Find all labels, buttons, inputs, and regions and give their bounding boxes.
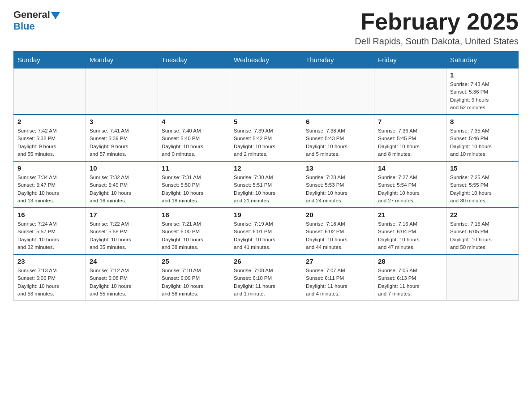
day-number: 5: [234, 118, 298, 125]
calendar-header-thursday: Thursday: [302, 51, 374, 68]
calendar-cell: 4Sunrise: 7:40 AMSunset: 5:40 PMDaylight…: [158, 115, 230, 161]
calendar-cell: 1Sunrise: 7:43 AMSunset: 5:36 PMDaylight…: [446, 68, 519, 115]
day-info: Sunrise: 7:15 AMSunset: 6:05 PMDaylight:…: [450, 220, 515, 251]
day-number: 2: [17, 118, 82, 125]
day-info: Sunrise: 7:18 AMSunset: 6:02 PMDaylight:…: [306, 220, 370, 251]
day-number: 6: [306, 118, 370, 125]
calendar-cell: [446, 254, 519, 301]
day-info: Sunrise: 7:13 AMSunset: 6:06 PMDaylight:…: [17, 267, 82, 298]
logo: General Blue: [13, 9, 61, 32]
day-number: 8: [450, 118, 515, 125]
day-info: Sunrise: 7:19 AMSunset: 6:01 PMDaylight:…: [234, 220, 298, 251]
calendar-header-monday: Monday: [86, 51, 158, 68]
calendar-week-row: 2Sunrise: 7:42 AMSunset: 5:38 PMDaylight…: [14, 115, 519, 161]
calendar-cell: [374, 68, 446, 115]
calendar-cell: 18Sunrise: 7:21 AMSunset: 6:00 PMDayligh…: [158, 208, 230, 254]
day-number: 27: [306, 257, 370, 265]
day-number: 12: [234, 164, 298, 172]
day-info: Sunrise: 7:05 AMSunset: 6:13 PMDaylight:…: [378, 267, 442, 298]
calendar-cell: 11Sunrise: 7:31 AMSunset: 5:50 PMDayligh…: [158, 161, 230, 208]
calendar-header-friday: Friday: [374, 51, 446, 68]
day-info: Sunrise: 7:07 AMSunset: 6:11 PMDaylight:…: [306, 267, 370, 298]
calendar-header-saturday: Saturday: [446, 51, 519, 68]
calendar-cell: [158, 68, 230, 115]
calendar-cell: 6Sunrise: 7:38 AMSunset: 5:43 PMDaylight…: [302, 115, 374, 161]
day-number: 9: [17, 164, 82, 172]
calendar-cell: 3Sunrise: 7:41 AMSunset: 5:39 PMDaylight…: [86, 115, 158, 161]
day-info: Sunrise: 7:12 AMSunset: 6:08 PMDaylight:…: [90, 267, 154, 298]
day-info: Sunrise: 7:43 AMSunset: 5:36 PMDaylight:…: [450, 81, 515, 111]
calendar-cell: 25Sunrise: 7:10 AMSunset: 6:09 PMDayligh…: [158, 254, 230, 301]
calendar-cell: 9Sunrise: 7:34 AMSunset: 5:47 PMDaylight…: [14, 161, 86, 208]
day-number: 21: [378, 211, 442, 218]
day-info: Sunrise: 7:42 AMSunset: 5:38 PMDaylight:…: [17, 127, 82, 158]
calendar-cell: 24Sunrise: 7:12 AMSunset: 6:08 PMDayligh…: [86, 254, 158, 301]
day-number: 18: [162, 211, 226, 218]
day-info: Sunrise: 7:24 AMSunset: 5:57 PMDaylight:…: [17, 220, 82, 251]
day-info: Sunrise: 7:21 AMSunset: 6:00 PMDaylight:…: [162, 220, 226, 251]
calendar-cell: [86, 68, 158, 115]
location-subtitle: Dell Rapids, South Dakota, United States: [355, 36, 519, 47]
day-info: Sunrise: 7:31 AMSunset: 5:50 PMDaylight:…: [162, 174, 226, 205]
day-info: Sunrise: 7:16 AMSunset: 6:04 PMDaylight:…: [378, 220, 442, 251]
calendar-week-row: 1Sunrise: 7:43 AMSunset: 5:36 PMDaylight…: [14, 68, 519, 115]
calendar-cell: 28Sunrise: 7:05 AMSunset: 6:13 PMDayligh…: [374, 254, 446, 301]
calendar-header-tuesday: Tuesday: [158, 51, 230, 68]
day-info: Sunrise: 7:28 AMSunset: 5:53 PMDaylight:…: [306, 174, 370, 205]
day-info: Sunrise: 7:38 AMSunset: 5:43 PMDaylight:…: [306, 127, 370, 158]
calendar-cell: 14Sunrise: 7:27 AMSunset: 5:54 PMDayligh…: [374, 161, 446, 208]
day-number: 7: [378, 118, 442, 125]
calendar-cell: 2Sunrise: 7:42 AMSunset: 5:38 PMDaylight…: [14, 115, 86, 161]
day-number: 14: [378, 164, 442, 172]
day-number: 16: [17, 211, 82, 218]
day-number: 17: [90, 211, 154, 218]
day-number: 25: [162, 257, 226, 265]
calendar-week-row: 23Sunrise: 7:13 AMSunset: 6:06 PMDayligh…: [14, 254, 519, 301]
calendar-cell: 26Sunrise: 7:08 AMSunset: 6:10 PMDayligh…: [230, 254, 302, 301]
day-info: Sunrise: 7:22 AMSunset: 5:58 PMDaylight:…: [90, 220, 154, 251]
day-info: Sunrise: 7:34 AMSunset: 5:47 PMDaylight:…: [17, 174, 82, 205]
day-info: Sunrise: 7:32 AMSunset: 5:49 PMDaylight:…: [90, 174, 154, 205]
logo-triangle-icon: [51, 12, 60, 19]
calendar-cell: 16Sunrise: 7:24 AMSunset: 5:57 PMDayligh…: [14, 208, 86, 254]
day-number: 13: [306, 164, 370, 172]
day-info: Sunrise: 7:39 AMSunset: 5:42 PMDaylight:…: [234, 127, 298, 158]
day-info: Sunrise: 7:41 AMSunset: 5:39 PMDaylight:…: [90, 127, 154, 158]
page-header: General Blue February 2025 Dell Rapids, …: [13, 9, 519, 47]
title-section: February 2025 Dell Rapids, South Dakota,…: [355, 9, 519, 47]
logo-blue-text: Blue: [13, 21, 35, 32]
day-info: Sunrise: 7:27 AMSunset: 5:54 PMDaylight:…: [378, 174, 442, 205]
calendar-cell: 7Sunrise: 7:36 AMSunset: 5:45 PMDaylight…: [374, 115, 446, 161]
calendar-cell: 10Sunrise: 7:32 AMSunset: 5:49 PMDayligh…: [86, 161, 158, 208]
day-number: 24: [90, 257, 154, 265]
calendar-cell: [230, 68, 302, 115]
day-number: 3: [90, 118, 154, 125]
day-number: 1: [450, 71, 515, 79]
month-title: February 2025: [355, 9, 519, 34]
day-info: Sunrise: 7:08 AMSunset: 6:10 PMDaylight:…: [234, 267, 298, 298]
day-number: 10: [90, 164, 154, 172]
calendar-cell: 12Sunrise: 7:30 AMSunset: 5:51 PMDayligh…: [230, 161, 302, 208]
day-number: 28: [378, 257, 442, 265]
day-number: 19: [234, 211, 298, 218]
day-number: 15: [450, 164, 515, 172]
calendar-table: SundayMondayTuesdayWednesdayThursdayFrid…: [13, 51, 519, 301]
day-info: Sunrise: 7:40 AMSunset: 5:40 PMDaylight:…: [162, 127, 226, 158]
day-number: 4: [162, 118, 226, 125]
day-number: 11: [162, 164, 226, 172]
day-info: Sunrise: 7:35 AMSunset: 5:46 PMDaylight:…: [450, 127, 515, 158]
calendar-cell: 17Sunrise: 7:22 AMSunset: 5:58 PMDayligh…: [86, 208, 158, 254]
day-number: 22: [450, 211, 515, 218]
calendar-cell: 19Sunrise: 7:19 AMSunset: 6:01 PMDayligh…: [230, 208, 302, 254]
day-info: Sunrise: 7:30 AMSunset: 5:51 PMDaylight:…: [234, 174, 298, 205]
day-number: 20: [306, 211, 370, 218]
calendar-cell: 21Sunrise: 7:16 AMSunset: 6:04 PMDayligh…: [374, 208, 446, 254]
calendar-header-row: SundayMondayTuesdayWednesdayThursdayFrid…: [14, 51, 519, 68]
calendar-header-sunday: Sunday: [14, 51, 86, 68]
calendar-cell: 27Sunrise: 7:07 AMSunset: 6:11 PMDayligh…: [302, 254, 374, 301]
calendar-cell: 23Sunrise: 7:13 AMSunset: 6:06 PMDayligh…: [14, 254, 86, 301]
day-info: Sunrise: 7:36 AMSunset: 5:45 PMDaylight:…: [378, 127, 442, 158]
calendar-cell: 22Sunrise: 7:15 AMSunset: 6:05 PMDayligh…: [446, 208, 519, 254]
calendar-cell: 13Sunrise: 7:28 AMSunset: 5:53 PMDayligh…: [302, 161, 374, 208]
calendar-cell: 20Sunrise: 7:18 AMSunset: 6:02 PMDayligh…: [302, 208, 374, 254]
